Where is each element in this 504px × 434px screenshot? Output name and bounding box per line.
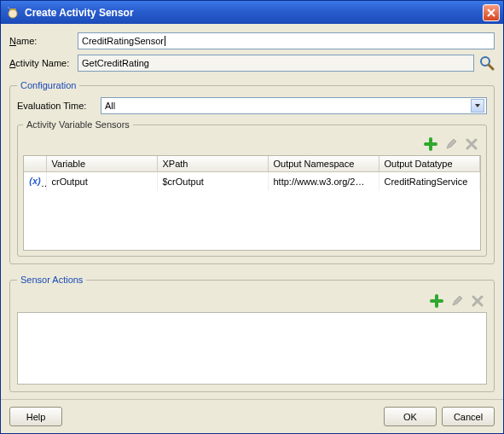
titlebar: Create Activity Sensor	[1, 1, 503, 24]
name-label: Name:	[9, 36, 72, 46]
name-input[interactable]: CreditRatingSensor	[78, 32, 495, 49]
name-value: CreditRatingSensor	[82, 36, 164, 46]
activity-row: Activity Name:	[9, 55, 495, 72]
variable-sensors-group: Activity Variable Sensors	[17, 119, 487, 257]
delete-action-button[interactable]	[470, 293, 485, 309]
configuration-legend: Configuration	[17, 80, 79, 90]
cell-variable: crOutput	[46, 172, 157, 192]
dialog-content: Name: CreditRatingSensor Activity Name: …	[1, 24, 503, 399]
edit-action-button[interactable]	[449, 293, 465, 309]
actions-list[interactable]	[17, 312, 487, 385]
dialog-window: Create Activity Sensor Name: CreditRatin…	[0, 0, 504, 434]
col-variable: Variable	[46, 156, 157, 172]
configuration-group: Configuration Evaluation Time: All Activ…	[9, 80, 495, 264]
cell-datatype: CreditRatingService	[379, 172, 480, 192]
variable-sensors-legend: Activity Variable Sensors	[23, 119, 133, 130]
table-row[interactable]: (x) crOutput $crOutput http://www.w3.org…	[24, 172, 480, 192]
variable-table[interactable]: Variable XPath Output Namespace Output D…	[23, 155, 481, 251]
eval-time-combo[interactable]: All	[101, 97, 487, 114]
svg-text:(x): (x)	[29, 176, 41, 186]
help-button[interactable]: Help	[9, 407, 62, 426]
delete-variable-button[interactable]	[464, 136, 479, 152]
col-datatype: Output Datatype	[379, 156, 480, 172]
svg-point-0	[9, 9, 17, 18]
eval-time-value: All	[105, 101, 471, 111]
add-action-button[interactable]	[429, 293, 444, 309]
activity-input[interactable]	[78, 55, 474, 72]
col-namespace: Output Namespace	[268, 156, 379, 172]
eval-row: Evaluation Time: All	[17, 97, 487, 114]
svg-rect-1	[9, 9, 16, 10]
text-caret	[165, 36, 165, 46]
dialog-footer: Help OK Cancel	[1, 399, 503, 433]
col-xpath: XPath	[157, 156, 268, 172]
table-header-row: Variable XPath Output Namespace Output D…	[24, 156, 480, 172]
actions-toolbar	[17, 292, 487, 312]
vars-toolbar	[23, 135, 481, 155]
cell-namespace: http://www.w3.org/2…	[268, 172, 379, 192]
variable-row-icon: (x)	[24, 172, 46, 192]
cell-xpath: $crOutput	[157, 172, 268, 192]
activity-label: Activity Name:	[9, 58, 72, 68]
browse-activity-icon[interactable]	[479, 55, 495, 71]
close-button[interactable]	[483, 4, 500, 21]
name-row: Name: CreditRatingSensor	[9, 32, 495, 49]
svg-line-3	[489, 65, 493, 69]
ok-button[interactable]: OK	[384, 407, 437, 426]
chevron-down-icon	[471, 99, 484, 113]
app-icon	[6, 6, 20, 20]
col-icon	[24, 156, 46, 172]
sensor-actions-legend: Sensor Actions	[17, 275, 86, 285]
cancel-button[interactable]: Cancel	[442, 407, 495, 426]
eval-label: Evaluation Time:	[17, 101, 96, 111]
sensor-actions-group: Sensor Actions	[9, 275, 495, 392]
add-variable-button[interactable]	[423, 136, 438, 152]
edit-variable-button[interactable]	[443, 136, 459, 152]
window-title: Create Activity Sensor	[25, 7, 483, 19]
